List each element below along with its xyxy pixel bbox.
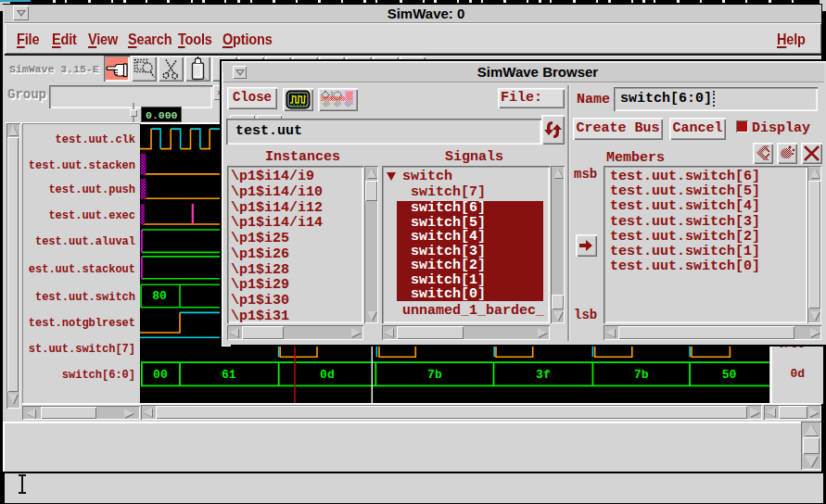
svg-text:61: 61	[222, 368, 236, 382]
svg-text:7b: 7b	[634, 368, 649, 382]
svg-text:80: 80	[152, 289, 167, 303]
svg-text:3f: 3f	[536, 368, 551, 382]
svg-text:7b: 7b	[427, 368, 442, 382]
svg-text:0d: 0d	[320, 368, 335, 382]
svg-text:50: 50	[722, 368, 737, 382]
svg-text:00: 00	[153, 368, 168, 382]
